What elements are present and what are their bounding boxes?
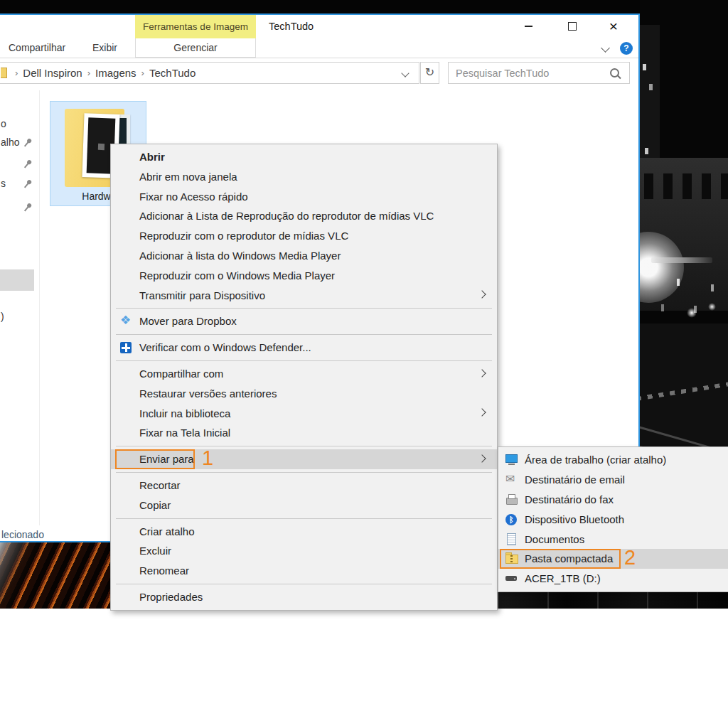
submenu-arrow-icon <box>478 291 486 299</box>
desktop-wallpaper-bottom-left <box>0 542 110 609</box>
menu-item[interactable]: Propriedades <box>111 587 497 607</box>
drive-icon <box>505 572 518 585</box>
menu-item[interactable]: Transmitir para Dispositivo <box>111 286 497 306</box>
bluetooth-icon <box>505 514 517 525</box>
menu-item[interactable]: Adicionar à lista do Windows Media Playe… <box>111 246 497 266</box>
menu-item[interactable]: Recortar <box>111 476 497 496</box>
menu-item-label: Criar atalho <box>139 525 195 537</box>
menu-item[interactable]: Copiar <box>111 496 497 515</box>
annotation-highlight-box <box>500 549 621 569</box>
menu-item-label: Adicionar à lista do Windows Media Playe… <box>139 250 341 262</box>
menu-item[interactable]: Incluir na biblioteca <box>111 404 497 424</box>
menu-item-label: Verificar com o Windows Defender... <box>139 341 311 353</box>
close-button[interactable] <box>599 15 628 37</box>
refresh-icon[interactable] <box>420 62 439 84</box>
document-icon <box>505 533 518 546</box>
menu-item[interactable]: Destinatário do fax <box>498 490 728 510</box>
menu-item-label: Destinatário do fax <box>525 493 614 505</box>
menu-item-label: Copiar <box>139 499 171 511</box>
menu-item[interactable]: ACER_1TB (D:) <box>498 569 728 589</box>
menu-separator <box>116 334 492 335</box>
sidebar-item[interactable]: ) <box>0 310 39 324</box>
pin-icon <box>21 200 33 213</box>
menu-item[interactable]: Destinatário de email <box>498 470 728 490</box>
tab-gerenciar[interactable]: Gerenciar <box>135 38 256 58</box>
menu-item-label: Documentos <box>525 533 584 545</box>
breadcrumb-segment[interactable]: Imagens <box>95 67 136 79</box>
menu-item-label: Abrir <box>139 151 165 163</box>
sidebar-item[interactable]: s <box>0 177 39 191</box>
window-title: TechTudo <box>269 15 314 38</box>
menu-item[interactable]: Verificar com o Windows Defender... <box>111 338 497 358</box>
menu-item[interactable]: Fixar na Tela Inicial <box>111 423 497 443</box>
menu-item-label: Abrir em nova janela <box>139 171 237 183</box>
menu-item[interactable]: Dispositivo Bluetooth <box>498 510 728 530</box>
menu-item[interactable]: Adicionar à Lista de Reprodução do repro… <box>111 206 497 226</box>
menu-item-label: Compartilhar com <box>139 368 223 380</box>
menu-item-label: Restaurar versões anteriores <box>139 387 277 400</box>
contextual-tab-header: Ferramentas de Imagem <box>135 15 256 38</box>
sidebar-item[interactable]: o <box>0 117 39 132</box>
status-bar-text: lecionado <box>1 529 44 540</box>
menu-item-label: Adicionar à Lista de Reprodução do repro… <box>139 210 434 222</box>
tab-compartilhar[interactable]: Compartilhar <box>9 38 65 58</box>
sidebar-item-label: o <box>1 118 6 129</box>
menu-item[interactable]: Abrir <box>111 147 497 167</box>
menu-item-label: Fixar no Acesso rápido <box>139 191 248 203</box>
menu-separator <box>116 518 492 519</box>
wallpaper-light-dot <box>687 308 697 318</box>
context-menu: AbrirAbrir em nova janelaFixar no Acesso… <box>110 144 498 611</box>
breadcrumb-chevron-icon[interactable]: › <box>15 68 18 78</box>
title-bar: Ferramentas de Imagem TechTudo <box>0 15 638 38</box>
menu-item[interactable]: Excluir <box>111 541 497 561</box>
annotation-highlight-box <box>115 449 195 469</box>
menu-item[interactable]: Restaurar versões anteriores <box>111 384 497 404</box>
search-icon[interactable] <box>610 68 619 77</box>
menu-item[interactable]: Área de trabalho (criar atalho) <box>498 450 728 470</box>
sidebar-item-label: ) <box>1 311 4 322</box>
sidebar-item[interactable]: alho <box>0 136 39 150</box>
wallpaper-light-dot <box>708 303 716 311</box>
desktop-top-strip <box>0 0 640 14</box>
dropbox-icon <box>120 315 133 328</box>
breadcrumb-segment[interactable]: Dell Inspiron <box>23 67 82 79</box>
menu-item[interactable]: Reproduzir com o reprodutor de mídias VL… <box>111 226 497 246</box>
menu-item[interactable]: Reproduzir com o Windows Media Player <box>111 266 497 286</box>
sidebar-selected-item[interactable] <box>0 269 34 291</box>
menu-item[interactable]: Mover para Dropbox <box>111 311 497 331</box>
menu-item[interactable]: Renomear <box>111 561 497 581</box>
breadcrumb-chevron-icon[interactable]: › <box>87 68 90 78</box>
menu-item[interactable]: Fixar no Acesso rápido <box>111 187 497 207</box>
sidebar-item[interactable] <box>0 157 39 171</box>
submenu-arrow-icon <box>478 409 486 417</box>
breadcrumb-chevron-icon[interactable]: › <box>141 68 144 78</box>
menu-item[interactable]: Compartilhar com <box>111 364 497 384</box>
address-bar[interactable]: ›Dell Inspiron›Imagens›TechTudo <box>0 62 419 84</box>
minimize-button[interactable] <box>513 15 543 37</box>
menu-item[interactable]: Criar atalho <box>111 522 497 542</box>
ribbon-tab-row: Compartilhar Exibir Gerenciar <box>0 38 638 58</box>
annotation-step-number: 2 <box>624 547 636 569</box>
menu-item[interactable]: 1Enviar para <box>111 449 497 469</box>
chevron-down-icon[interactable] <box>601 43 610 53</box>
search-input[interactable] <box>449 63 629 83</box>
menu-separator <box>116 446 492 446</box>
menu-item[interactable]: 2Pasta compactada <box>498 549 728 569</box>
menu-item-label: Destinatário de email <box>525 473 625 486</box>
tab-exibir[interactable]: Exibir <box>92 38 117 58</box>
help-icon[interactable] <box>620 42 633 55</box>
menu-separator <box>116 360 492 361</box>
pin-icon <box>21 177 33 190</box>
menu-item[interactable]: Documentos <box>498 530 728 550</box>
send-to-submenu: Área de trabalho (criar atalho)Destinatá… <box>498 446 728 592</box>
menu-item-label: Recortar <box>139 479 181 491</box>
breadcrumb-segment[interactable]: TechTudo <box>149 67 196 79</box>
sidebar-item[interactable] <box>0 200 39 215</box>
search-box <box>448 62 630 84</box>
wallpaper-guardrail <box>640 381 728 401</box>
menu-item[interactable]: Abrir em nova janela <box>111 167 497 187</box>
maximize-button[interactable] <box>557 15 587 37</box>
menu-item-label: Renomear <box>139 564 189 577</box>
defender-icon <box>120 342 132 353</box>
menu-item-label: Dispositivo Bluetooth <box>525 513 624 525</box>
